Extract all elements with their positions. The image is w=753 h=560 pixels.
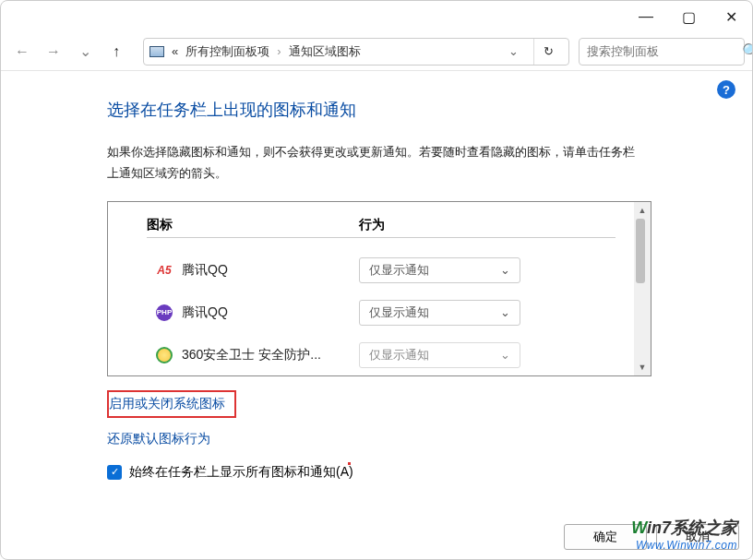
list-item: 360安全卫士 安全防护... 仅显示通知 ⌄ bbox=[147, 334, 616, 375]
link-system-icons[interactable]: 启用或关闭系统图标 bbox=[107, 390, 236, 418]
checkbox-label: 始终在任务栏上显示所有图标和通知(A) bbox=[129, 464, 353, 481]
column-header-icon: 图标 bbox=[147, 217, 359, 233]
list-header: 图标 行为 bbox=[147, 217, 616, 233]
breadcrumb-chevrons: « bbox=[172, 44, 178, 58]
content-area: ? 选择在任务栏上出现的图标和通知 如果你选择隐藏图标和通知，则不会获得更改或更… bbox=[1, 71, 752, 481]
window-titlebar: — ▢ ✕ bbox=[1, 1, 752, 32]
app-name: 腾讯QQ bbox=[182, 262, 359, 279]
chevron-down-icon: ⌄ bbox=[500, 305, 510, 319]
behavior-value: 仅显示通知 bbox=[369, 262, 429, 279]
app-icon-360 bbox=[156, 347, 173, 363]
app-name: 360安全卫士 安全防护... bbox=[182, 347, 359, 363]
search-icon[interactable]: 🔍 bbox=[742, 42, 753, 60]
address-bar[interactable]: « 所有控制面板项 › 通知区域图标 ⌄ ↻ bbox=[143, 38, 569, 66]
search-input[interactable] bbox=[587, 44, 742, 58]
breadcrumb-item[interactable]: 通知区域图标 bbox=[289, 43, 361, 60]
cursor-marker bbox=[348, 462, 351, 465]
search-box[interactable]: 🔍 bbox=[579, 38, 745, 66]
refresh-button[interactable]: ↻ bbox=[533, 39, 563, 65]
toolbar: ← → ⌄ ↑ « 所有控制面板项 › 通知区域图标 ⌄ ↻ 🔍 bbox=[1, 32, 752, 71]
icon-list-box: 图标 行为 A5 腾讯QQ 仅显示通知 ⌄ PHP 腾讯QQ 仅显示通知 ⌄ bbox=[107, 201, 651, 376]
list-item: PHP 腾讯QQ 仅显示通知 ⌄ bbox=[147, 292, 616, 334]
app-name: 腾讯QQ bbox=[182, 304, 359, 321]
dialog-footer: 确定 取消 bbox=[564, 524, 739, 550]
scroll-down-icon[interactable]: ▼ bbox=[636, 361, 649, 374]
behavior-select[interactable]: 仅显示通知 ⌄ bbox=[359, 257, 520, 283]
maximize-button[interactable]: ▢ bbox=[667, 1, 710, 32]
list-item: A5 腾讯QQ 仅显示通知 ⌄ bbox=[147, 249, 616, 292]
behavior-select[interactable]: 仅显示通知 ⌄ bbox=[359, 300, 520, 326]
behavior-value: 仅显示通知 bbox=[369, 304, 429, 321]
chevron-down-icon: ⌄ bbox=[500, 263, 510, 277]
minimize-button[interactable]: — bbox=[625, 1, 667, 32]
app-icon-php: PHP bbox=[156, 304, 173, 321]
checkbox-checked-icon[interactable]: ✓ bbox=[107, 465, 122, 480]
scrollbar[interactable]: ▲ ▼ bbox=[634, 202, 651, 375]
cancel-button[interactable]: 取消 bbox=[656, 524, 739, 550]
app-icon-qq: A5 bbox=[157, 264, 171, 277]
page-description: 如果你选择隐藏图标和通知，则不会获得更改或更新通知。若要随时查看隐藏的图标，请单… bbox=[107, 141, 642, 185]
back-button[interactable]: ← bbox=[8, 38, 36, 66]
links-section: 启用或关闭系统图标 还原默认图标行为 ✓ 始终在任务栏上显示所有图标和通知(A) bbox=[107, 390, 697, 481]
scroll-up-icon[interactable]: ▲ bbox=[636, 204, 649, 217]
behavior-select[interactable]: 仅显示通知 ⌄ bbox=[359, 342, 520, 368]
forward-button[interactable]: → bbox=[40, 38, 67, 66]
up-button[interactable]: ↑ bbox=[102, 38, 130, 66]
header-divider bbox=[147, 237, 616, 238]
address-dropdown-icon[interactable]: ⌄ bbox=[501, 44, 526, 58]
recent-locations-button[interactable]: ⌄ bbox=[71, 38, 99, 66]
always-show-checkbox-row[interactable]: ✓ 始终在任务栏上显示所有图标和通知(A) bbox=[107, 464, 697, 481]
behavior-value: 仅显示通知 bbox=[369, 347, 429, 363]
help-icon[interactable]: ? bbox=[717, 80, 735, 99]
breadcrumb-separator: › bbox=[277, 44, 281, 58]
page-title: 选择在任务栏上出现的图标和通知 bbox=[107, 99, 697, 121]
breadcrumb-item[interactable]: 所有控制面板项 bbox=[185, 43, 269, 60]
scroll-thumb[interactable] bbox=[636, 219, 645, 283]
control-panel-icon bbox=[149, 46, 164, 57]
column-header-behavior: 行为 bbox=[359, 217, 616, 233]
link-restore-defaults[interactable]: 还原默认图标行为 bbox=[107, 431, 697, 447]
close-button[interactable]: ✕ bbox=[710, 1, 752, 32]
chevron-down-icon: ⌄ bbox=[500, 348, 510, 362]
ok-button[interactable]: 确定 bbox=[564, 524, 647, 550]
